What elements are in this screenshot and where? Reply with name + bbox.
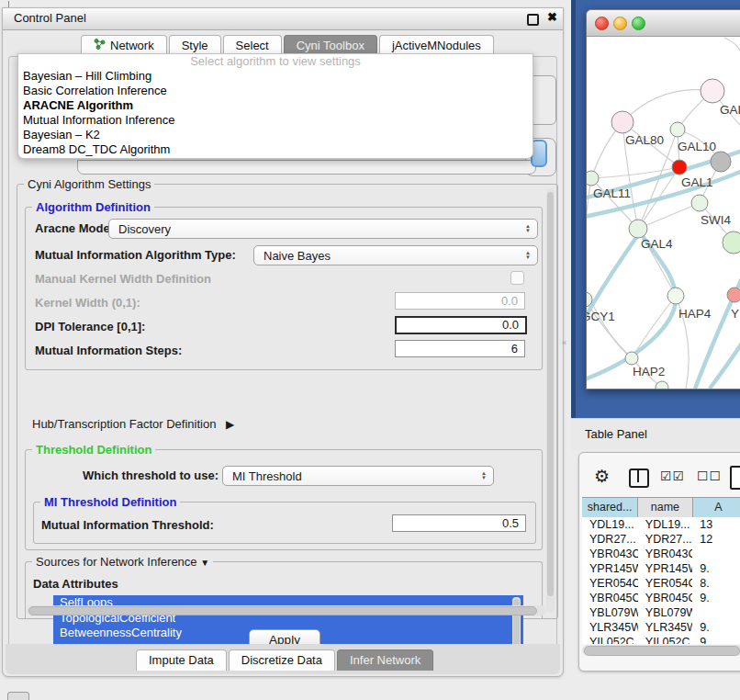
table-row[interactable]: YPR145WYPR145W9. [582, 561, 740, 576]
aracne-mode-combobox[interactable]: Discovery ▲▼ [108, 219, 538, 239]
table-row[interactable]: YIL052CYIL052C9 [582, 635, 740, 644]
gear-icon[interactable]: ⚙ [594, 466, 610, 487]
mi-steps-label: Mutual Information Steps: [35, 344, 182, 357]
network-node-gal4[interactable] [629, 220, 647, 238]
algorithm-option[interactable]: Basic Correlation Inference [18, 84, 533, 98]
tab-infer-network[interactable]: Infer Network [337, 649, 433, 671]
table-row[interactable]: YBR043CYBR043C [582, 547, 740, 561]
table-cell: YBR045C [582, 591, 638, 605]
sources-group-title[interactable]: Sources for Network Inference ▼ [32, 555, 213, 570]
settings-scrollbar-track[interactable] [546, 188, 555, 613]
hub-definition-expander[interactable]: Hub/Transcription Factor Definition ▶ [32, 417, 234, 431]
splitter-collapse-icon[interactable]: « [562, 338, 566, 347]
table-row[interactable]: YDR27...YDR27...12 [582, 532, 740, 547]
mi-threshold-group: MI Threshold Definition Mutual Informati… [33, 502, 536, 544]
network-node-gal1[interactable] [672, 160, 687, 175]
settings-scrollbar-thumb[interactable] [547, 192, 554, 596]
network-node-gal[interactable] [701, 79, 724, 103]
document-icon[interactable] [730, 466, 740, 490]
column-header[interactable]: A [693, 498, 740, 517]
threshold-definition-group: Threshold Definition Which threshold to … [25, 449, 543, 550]
close-icon[interactable]: ✖ [547, 10, 557, 24]
spinner-arrows-icon: ▲▼ [522, 224, 533, 233]
dpi-tolerance-label: DPI Tolerance [0,1]: [35, 320, 145, 333]
table-cell: YLR345W [582, 620, 638, 635]
network-edge[interactable] [724, 38, 740, 52]
node-label: GCY1 [587, 310, 615, 323]
settings-hscrollbar-track[interactable] [27, 605, 546, 615]
network-node-hap2[interactable] [625, 352, 638, 365]
float-window-icon[interactable] [527, 14, 539, 26]
table-cell: 13 [692, 517, 740, 532]
network-edge[interactable] [622, 90, 712, 122]
algorithm-option[interactable]: Mutual Information Inference [18, 113, 533, 128]
network-node-y[interactable] [727, 288, 740, 302]
table-cell: YER054C [638, 576, 692, 591]
algorithm-dropdown-placeholder: Select algorithm to view settings [18, 54, 533, 69]
mi-steps-field[interactable]: 6 [395, 340, 525, 357]
network-node[interactable] [723, 231, 740, 254]
network-node-swi4[interactable] [691, 195, 708, 211]
table-toolbar: ⚙ ☑☑ ☐☐ [579, 460, 740, 495]
node-label: HAP4 [678, 307, 712, 321]
node-label: SWI4 [701, 213, 731, 227]
tab-discretize-data[interactable]: Discretize Data [229, 649, 335, 671]
table-cell [692, 605, 740, 620]
table-cell: YBR043C [638, 547, 692, 561]
column-header[interactable]: name [638, 498, 693, 517]
network-graph[interactable]: GALGAL80GAL10GAL1GAL11SWI4GAL4GCY1HAP4YH… [587, 36, 740, 389]
algorithm-option[interactable]: Bayesian – K2 [18, 128, 533, 142]
tab-impute-data[interactable]: Impute Data [136, 649, 227, 671]
table-row[interactable]: YBL079WYBL079W [582, 605, 740, 620]
table-row[interactable]: YLR345WYLR345W9. [582, 620, 740, 635]
table-cell: 9. [692, 591, 740, 605]
minimize-traffic-light-icon[interactable] [613, 17, 627, 30]
threshold-definition-title: Threshold Definition [32, 443, 155, 457]
table-panel-titlebar: Table Panel [571, 418, 740, 450]
which-threshold-combobox[interactable]: MI Threshold ▲▼ [222, 466, 494, 486]
node-label: GAL4 [641, 237, 673, 251]
kernel-width-field[interactable]: 0.0 [395, 292, 525, 310]
mi-threshold-field[interactable]: 0.5 [392, 514, 526, 532]
dpi-tolerance-field[interactable]: 0.0 [395, 316, 527, 334]
manual-kernel-width-checkbox[interactable] [510, 271, 524, 285]
network-node[interactable] [656, 381, 668, 389]
table-window: ⚙ ☑☑ ☐☐ shared...nameA YDL19...YDL19...1… [578, 452, 740, 672]
mi-algorithm-type-combobox[interactable]: Naive Bayes ▲▼ [253, 245, 538, 265]
split-view-icon[interactable] [629, 469, 649, 488]
close-traffic-light-icon[interactable] [595, 17, 609, 30]
settings-hscrollbar-thumb[interactable] [28, 606, 537, 615]
algorithm-dropdown-items: Bayesian – Hill ClimbingBasic Correlatio… [18, 69, 533, 157]
node-label: GAL11 [593, 186, 631, 200]
network-node[interactable] [711, 152, 731, 172]
table-row[interactable]: YDL19...YDL19...13 [582, 517, 740, 532]
collapse-arrow-icon: ▼ [200, 558, 209, 568]
deselect-all-icon[interactable]: ☐☐ [697, 469, 722, 483]
zoom-traffic-light-icon[interactable] [632, 17, 645, 30]
table-cell: YPR145W [638, 561, 692, 576]
network-node-hap4[interactable] [667, 288, 684, 304]
minimized-panel-icon[interactable] [7, 692, 29, 700]
network-edge[interactable] [710, 339, 740, 389]
table-cell: 12 [692, 532, 740, 547]
table-hscrollbar-thumb[interactable] [584, 646, 740, 656]
which-threshold-value: MI Threshold [232, 469, 302, 483]
network-edge[interactable] [587, 299, 632, 358]
table-cell: YDL19... [638, 517, 692, 532]
algorithm-option[interactable]: Dream8 DC_TDC Algorithm [18, 142, 533, 157]
select-all-icon[interactable]: ☑☑ [660, 469, 685, 483]
algorithm-option[interactable]: ARACNE Algorithm [18, 98, 533, 113]
column-header[interactable]: shared... [582, 498, 638, 517]
algorithm-definition-group: Algorithm Definition Aracne Mode: Discov… [25, 207, 543, 370]
network-node-gal80[interactable] [611, 111, 633, 133]
algorithm-option[interactable]: Bayesian – Hill Climbing [18, 69, 533, 84]
table-cell: YPR145W [582, 561, 638, 576]
network-node-gal11[interactable] [587, 171, 599, 186]
table-row[interactable]: YER054CYER054C8. [582, 576, 740, 591]
network-node-gal10[interactable] [670, 122, 685, 137]
table-cell: YIL052C [582, 635, 638, 644]
table-hscrollbar-track[interactable] [582, 645, 740, 656]
table-body: YDL19...YDL19...13YDR27...YDR27...12YBR0… [582, 517, 740, 644]
table-row[interactable]: YBR045CYBR045C9. [582, 591, 740, 605]
aracne-mode-label: Aracne Mode: [35, 221, 114, 235]
